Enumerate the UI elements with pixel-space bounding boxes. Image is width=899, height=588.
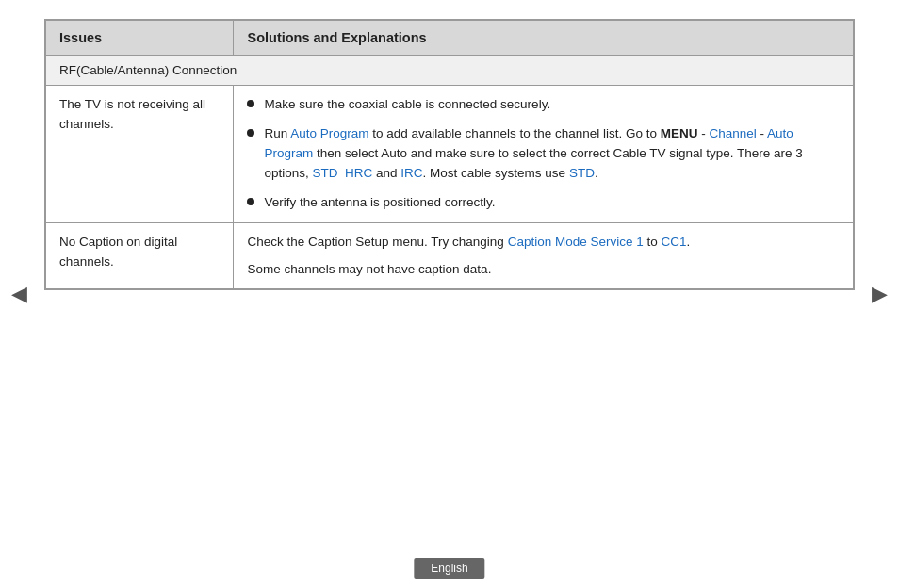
issues-table: Issues Solutions and Explanations RF(Cab… — [45, 20, 854, 289]
link-channel: Channel — [710, 126, 757, 140]
link-std-2: STD — [569, 166, 595, 180]
table-wrapper: Issues Solutions and Explanations RF(Cab… — [44, 19, 855, 290]
solution-2-para-1: Check the Caption Setup menu. Try changi… — [247, 233, 840, 253]
col-header-issues: Issues — [46, 21, 234, 56]
nav-arrow-left[interactable]: ◀ — [11, 282, 27, 306]
li-text-3: Verify the antenna is positioned correct… — [264, 193, 840, 213]
issue-1: The TV is not receiving all channels. — [46, 86, 234, 223]
list-item-2: Run Auto Program to add available channe… — [247, 124, 840, 184]
table-row-2: No Caption on digital channels. Check th… — [46, 222, 854, 289]
link-caption-mode-service: Caption Mode Service 1 — [508, 235, 644, 249]
text-menu: MENU — [661, 126, 698, 140]
list-item-1: Make sure the coaxial cable is connected… — [247, 95, 840, 115]
solutions-2: Check the Caption Setup menu. Try changi… — [234, 222, 854, 289]
section-row-rf: RF(Cable/Antenna) Connection — [46, 56, 854, 86]
nav-arrow-right[interactable]: ▶ — [872, 282, 888, 306]
link-cc1: CC1 — [661, 235, 686, 249]
solutions-1: Make sure the coaxial cable is connected… — [234, 86, 854, 223]
bullet-icon-3 — [247, 198, 254, 205]
link-auto-program-1: Auto Program — [290, 126, 368, 140]
language-badge[interactable]: English — [414, 558, 484, 579]
issue-2: No Caption on digital channels. — [46, 222, 234, 289]
bullet-icon-1 — [247, 100, 254, 107]
section-label-rf: RF(Cable/Antenna) Connection — [46, 56, 854, 86]
table-row-1: The TV is not receiving all channels. Ma… — [46, 86, 854, 223]
li-text-2: Run Auto Program to add available channe… — [264, 124, 840, 184]
bullet-icon-2 — [247, 129, 254, 137]
col-header-solutions: Solutions and Explanations — [234, 21, 854, 56]
link-std-1: STD — [313, 166, 338, 180]
list-item-3: Verify the antenna is positioned correct… — [247, 193, 840, 213]
page-container: ◀ ▶ Issues Solutions and Explanations RF… — [0, 0, 899, 588]
link-irc: IRC — [400, 166, 422, 180]
li-text-1: Make sure the coaxial cable is connected… — [264, 95, 840, 115]
bullet-list-1: Make sure the coaxial cable is connected… — [247, 95, 840, 213]
table-header-row: Issues Solutions and Explanations — [46, 21, 854, 56]
link-hrc: HRC — [345, 166, 372, 180]
solution-2-para-2: Some channels may not have caption data. — [247, 260, 840, 280]
